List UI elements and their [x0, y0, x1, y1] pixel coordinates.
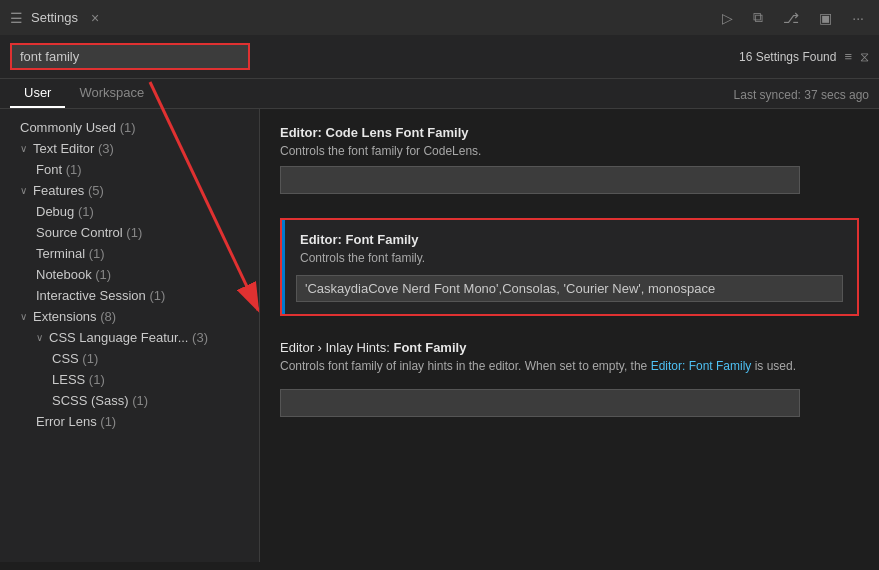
sidebar-item-label: CSS (1)	[52, 351, 98, 366]
branch-icon[interactable]: ⎇	[778, 7, 804, 29]
chevron-down-icon: ∨	[20, 311, 27, 322]
titlebar-title: Settings	[31, 10, 78, 25]
highlight-border	[282, 220, 285, 314]
setting-title-bold: Code Lens Font Family	[326, 125, 469, 140]
open-settings-icon[interactable]: ⧉	[748, 6, 768, 29]
setting-desc: Controls font family of inlay hints in t…	[280, 359, 859, 373]
search-container	[10, 43, 729, 70]
menu-icon: ☰	[10, 10, 23, 26]
sidebar-item-label: Interactive Session (1)	[36, 288, 165, 303]
main-layout: Commonly Used (1) ∨ Text Editor (3) Font…	[0, 109, 879, 562]
setting-desc-suffix: is used.	[751, 359, 796, 373]
tab-user[interactable]: User	[10, 79, 65, 108]
search-input[interactable]	[10, 43, 250, 70]
sidebar-item-scss[interactable]: SCSS (Sass) (1)	[0, 390, 259, 411]
setting-inlay-hints-font-family: Editor › Inlay Hints: Font Family Contro…	[280, 340, 859, 417]
setting-desc: Controls the font family.	[296, 251, 843, 265]
setting-title: Editor: Font Family	[296, 232, 843, 247]
sidebar-item-label: Font (1)	[36, 162, 82, 177]
sidebar-item-terminal[interactable]: Terminal (1)	[0, 243, 259, 264]
sidebar-item-less[interactable]: LESS (1)	[0, 369, 259, 390]
search-results-info: 16 Settings Found ≡ ⧖	[739, 49, 869, 65]
setting-title-prefix: Editor › Inlay Hints:	[280, 340, 393, 355]
chevron-down-icon: ∨	[36, 332, 43, 343]
tabs-left: User Workspace	[10, 79, 158, 108]
sidebar-item-label: CSS Language Featur... (3)	[49, 330, 208, 345]
inlay-hints-font-family-input[interactable]	[280, 389, 800, 417]
editor-font-family-link[interactable]: Editor: Font Family	[651, 359, 752, 373]
setting-title: Editor › Inlay Hints: Font Family	[280, 340, 859, 355]
setting-title-bold: Font Family	[393, 340, 466, 355]
sidebar-item-font[interactable]: Font (1)	[0, 159, 259, 180]
titlebar-left: ☰ Settings ×	[10, 8, 104, 28]
setting-title-bold: Font Family	[346, 232, 419, 247]
titlebar: ☰ Settings × ▷ ⧉ ⎇ ▣ ···	[0, 0, 879, 35]
sidebar-item-text-editor[interactable]: ∨ Text Editor (3)	[0, 138, 259, 159]
sidebar-item-debug[interactable]: Debug (1)	[0, 201, 259, 222]
sidebar-item-label: Debug (1)	[36, 204, 94, 219]
sidebar: Commonly Used (1) ∨ Text Editor (3) Font…	[0, 109, 260, 562]
sidebar-item-label: LESS (1)	[52, 372, 105, 387]
chevron-down-icon: ∨	[20, 143, 27, 154]
results-count: 16 Settings Found	[739, 50, 836, 64]
sidebar-item-interactive-session[interactable]: Interactive Session (1)	[0, 285, 259, 306]
sidebar-item-label: Error Lens (1)	[36, 414, 116, 429]
sidebar-item-label: Features (5)	[33, 183, 104, 198]
close-tab-button[interactable]: ×	[86, 8, 104, 28]
setting-title: Editor: Code Lens Font Family	[280, 125, 859, 140]
sidebar-item-label: SCSS (Sass) (1)	[52, 393, 148, 408]
sync-status: Last synced: 37 secs ago	[734, 88, 869, 108]
titlebar-right: ▷ ⧉ ⎇ ▣ ···	[717, 6, 869, 29]
sidebar-item-error-lens[interactable]: Error Lens (1)	[0, 411, 259, 432]
sidebar-item-source-control[interactable]: Source Control (1)	[0, 222, 259, 243]
sidebar-item-css[interactable]: CSS (1)	[0, 348, 259, 369]
chevron-down-icon: ∨	[20, 185, 27, 196]
sidebar-item-label: Terminal (1)	[36, 246, 105, 261]
sidebar-item-extensions[interactable]: ∨ Extensions (8)	[0, 306, 259, 327]
setting-desc-text: Controls font family of inlay hints in t…	[280, 359, 651, 373]
sidebar-item-notebook[interactable]: Notebook (1)	[0, 264, 259, 285]
sidebar-item-label: Notebook (1)	[36, 267, 111, 282]
tabs-bar: User Workspace Last synced: 37 secs ago	[0, 79, 879, 109]
sidebar-item-css-language-features[interactable]: ∨ CSS Language Featur... (3)	[0, 327, 259, 348]
codelens-font-family-input[interactable]	[280, 166, 800, 194]
filter-icon[interactable]: ⧖	[860, 49, 869, 65]
search-bar: 16 Settings Found ≡ ⧖	[0, 35, 879, 79]
content-area: Editor: Code Lens Font Family Controls t…	[260, 109, 879, 562]
setting-font-family-highlighted: Editor: Font Family Controls the font fa…	[280, 218, 859, 316]
more-actions-icon[interactable]: ···	[847, 7, 869, 29]
setting-desc: Controls the font family for CodeLens.	[280, 144, 859, 158]
sidebar-item-label: Text Editor (3)	[33, 141, 114, 156]
tab-workspace[interactable]: Workspace	[65, 79, 158, 108]
sidebar-item-label: Commonly Used (1)	[20, 120, 136, 135]
sidebar-item-label: Source Control (1)	[36, 225, 142, 240]
font-family-input[interactable]	[296, 275, 843, 302]
filter-settings-icon[interactable]: ≡	[844, 49, 852, 64]
setting-codelens-font-family: Editor: Code Lens Font Family Controls t…	[280, 125, 859, 194]
run-icon[interactable]: ▷	[717, 7, 738, 29]
layout-icon[interactable]: ▣	[814, 7, 837, 29]
sidebar-item-label: Extensions (8)	[33, 309, 116, 324]
sidebar-item-features[interactable]: ∨ Features (5)	[0, 180, 259, 201]
sidebar-item-commonly-used[interactable]: Commonly Used (1)	[0, 117, 259, 138]
